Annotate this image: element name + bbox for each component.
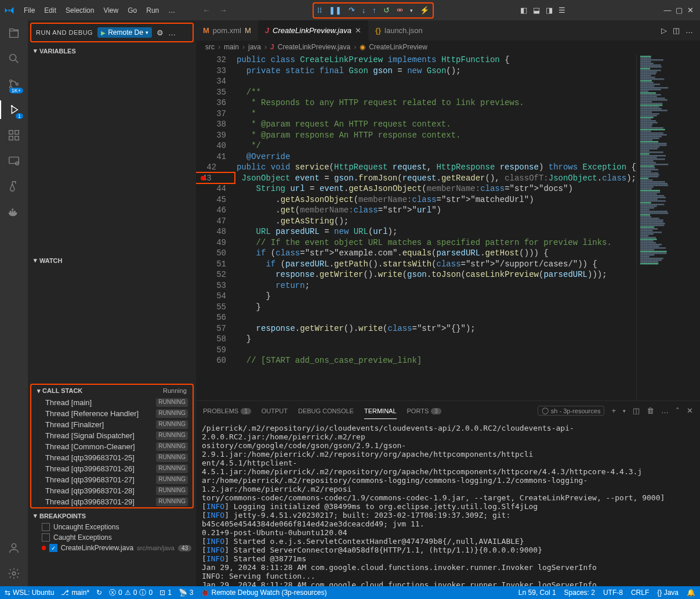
chevron-down-icon[interactable]: ▾ — [410, 8, 413, 13]
search-icon[interactable] — [7, 52, 21, 66]
tab-java[interactable]: JCreateLinkPreview.java✕ — [258, 20, 368, 41]
hot-reload-icon[interactable]: ⚡ — [420, 6, 429, 15]
layout-left-icon[interactable]: ◧ — [519, 6, 528, 15]
title-bar: File Edit Selection View Go Run … ← → ⁞⁞… — [0, 0, 700, 20]
tab-problems[interactable]: PROBLEMS1 — [203, 407, 251, 414]
callstack-thread[interactable]: Thread [Common-Cleaner]RUNNING — [31, 441, 193, 452]
callstack-thread[interactable]: Thread [Finalizer]RUNNING — [31, 419, 193, 430]
chevron-down-icon[interactable]: ▾ — [623, 408, 626, 414]
sb-spaces[interactable]: Spaces: 2 — [564, 589, 595, 597]
step-into-icon[interactable]: ↓ — [362, 6, 366, 15]
terminal-output[interactable]: /pierrick/.m2/repository/io/cloudevents/… — [196, 420, 700, 586]
account-icon[interactable] — [7, 541, 21, 555]
close-icon[interactable]: ✕ — [686, 6, 695, 15]
more-icon[interactable]: … — [686, 26, 693, 35]
checkbox-icon[interactable] — [42, 523, 50, 531]
testing-icon[interactable] — [7, 179, 21, 193]
chevron-up-icon[interactable]: ˄ — [676, 406, 680, 415]
restart-icon[interactable]: ↺ — [383, 6, 390, 15]
sb-sync[interactable]: ↻ — [96, 589, 102, 597]
callstack-thread[interactable]: Thread [Reference Handler]RUNNING — [31, 408, 193, 419]
close-icon[interactable]: ✕ — [355, 26, 361, 35]
add-terminal-icon[interactable]: + — [611, 406, 616, 415]
drag-handle-icon[interactable]: ⁞⁞ — [317, 6, 322, 15]
sb-branch[interactable]: ⎇main* — [61, 589, 89, 597]
step-over-icon[interactable]: ↷ — [349, 6, 355, 15]
menu-view[interactable]: View — [99, 4, 122, 17]
start-debug-button[interactable]: ▶ Remote De ▾ — [97, 27, 152, 38]
debug-icon[interactable]: 1 — [7, 103, 21, 117]
run-icon[interactable]: ▷ — [661, 26, 667, 35]
tab-pom[interactable]: Mpom.xmlM — [196, 20, 258, 41]
layout-custom-icon[interactable]: ☰ — [557, 6, 567, 15]
chevron-down-icon[interactable]: ▾ — [146, 30, 148, 35]
menu-edit[interactable]: Edit — [40, 4, 60, 17]
sb-eol[interactable]: CRLF — [631, 589, 649, 597]
sb-lang[interactable]: {} Java — [657, 589, 679, 597]
bp-caught[interactable]: Caught Exceptions — [28, 532, 196, 543]
sb-position[interactable]: Ln 59, Col 1 — [518, 589, 556, 597]
debug-badge: 1 — [16, 113, 23, 119]
checkbox-icon[interactable]: ✓ — [49, 544, 57, 552]
nav-back-icon[interactable]: ← — [202, 6, 210, 15]
tab-terminal[interactable]: TERMINAL — [364, 407, 397, 414]
gear-icon[interactable]: ⚙ — [157, 28, 164, 37]
minimap[interactable]: ████████████████████████████████████████… — [636, 53, 700, 400]
disconnect-icon[interactable]: ⚮ — [397, 6, 403, 15]
callstack-thread[interactable]: Thread [qtp399683701-28]RUNNING — [31, 485, 193, 496]
settings-icon[interactable] — [7, 566, 21, 580]
sb-remote[interactable]: ⇆WSL: Ubuntu — [5, 589, 54, 597]
layout-right-icon[interactable]: ◨ — [545, 6, 554, 15]
terminal-profile[interactable]: ◯sh - 3p-resources — [538, 406, 605, 416]
pause-icon[interactable]: ❚❚ — [329, 6, 342, 15]
menu-go[interactable]: Go — [124, 4, 141, 17]
explorer-icon[interactable] — [7, 26, 21, 40]
split-icon[interactable]: ◫ — [673, 26, 680, 35]
menu-run[interactable]: Run — [142, 4, 163, 17]
more-icon[interactable]: … — [661, 406, 669, 415]
svg-rect-7 — [15, 136, 19, 140]
remote-icon[interactable] — [7, 154, 21, 168]
callstack-thread[interactable]: Thread [qtp399683701-27]RUNNING — [31, 474, 193, 485]
checkbox-icon[interactable] — [42, 533, 50, 542]
code-editor[interactable]: 32public class CreateLinkPreview impleme… — [196, 53, 636, 400]
tab-debugconsole[interactable]: DEBUG CONSOLE — [298, 407, 354, 414]
step-out-icon[interactable]: ↑ — [372, 6, 376, 15]
sb-debug[interactable]: 🐞 Remote Debug Watch (3p-resources) — [201, 589, 327, 597]
callstack-thread[interactable]: Thread [qtp399683701-26]RUNNING — [31, 463, 193, 474]
menu-more[interactable]: … — [164, 4, 179, 17]
json-icon: {} — [375, 26, 381, 35]
callstack-header[interactable]: ▾ CALL STACK Running — [31, 385, 193, 397]
sb-radio[interactable]: 📡 3 — [179, 589, 194, 597]
close-icon[interactable]: ✕ — [687, 406, 693, 415]
sb-bell-icon[interactable]: 🔔 — [687, 589, 695, 597]
sb-encoding[interactable]: UTF-8 — [603, 589, 623, 597]
tab-output[interactable]: OUTPUT — [262, 407, 288, 414]
more-icon[interactable]: … — [168, 28, 176, 37]
breakpoints-section[interactable]: ▾BREAKPOINTS — [28, 510, 196, 522]
callstack-thread[interactable]: Thread [main]RUNNING — [31, 397, 193, 408]
callstack-thread[interactable]: Thread [Signal Dispatcher]RUNNING — [31, 430, 193, 441]
nav-forward-icon[interactable]: → — [219, 6, 227, 15]
sb-problems[interactable]: ⓧ 0 ⚠ 0 ⓘ 0 — [109, 588, 153, 598]
callstack-thread[interactable]: Thread [qtp399683701-25]RUNNING — [31, 452, 193, 463]
menu-file[interactable]: File — [20, 4, 39, 17]
layout-bottom-icon[interactable]: ⬓ — [532, 6, 541, 15]
tab-launch[interactable]: {}launch.json — [368, 20, 430, 41]
scm-icon[interactable]: 1K+ — [7, 77, 21, 91]
minimize-icon[interactable]: — — [663, 6, 672, 15]
menu-selection[interactable]: Selection — [61, 4, 98, 17]
variables-section[interactable]: ▾VARIABLES — [28, 45, 196, 57]
bp-uncaught[interactable]: Uncaught Exceptions — [28, 522, 196, 532]
docker-icon[interactable] — [7, 205, 21, 219]
tab-ports[interactable]: PORTS3 — [407, 407, 441, 414]
bp-file[interactable]: ✓ CreateLinkPreview.java src/main/java 4… — [28, 543, 196, 553]
trash-icon[interactable]: 🗑 — [647, 406, 654, 415]
sb-port[interactable]: ⊡ 1 — [159, 589, 172, 597]
callstack-thread[interactable]: Thread [qtp399683701-29]RUNNING — [31, 496, 193, 507]
breadcrumb[interactable]: src› main› java› JCreateLinkPreview.java… — [196, 41, 700, 53]
watch-section[interactable]: ▾WATCH — [28, 254, 196, 266]
extensions-icon[interactable] — [7, 128, 21, 142]
split-terminal-icon[interactable]: ◫ — [633, 406, 640, 415]
maximize-icon[interactable]: ▢ — [674, 6, 684, 15]
